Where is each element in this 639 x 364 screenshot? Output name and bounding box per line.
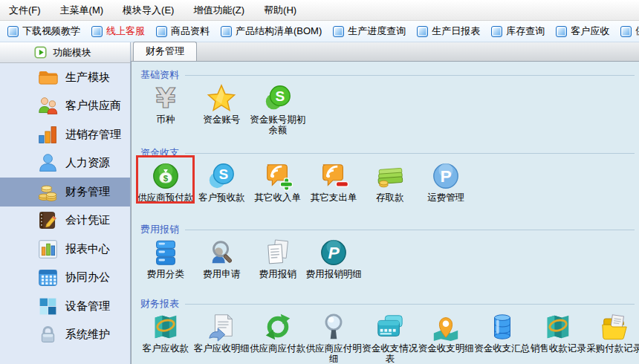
- toolbar-item-6[interactable]: 库存查询: [491, 25, 545, 38]
- menu-item-0[interactable]: 文件(F): [9, 4, 41, 17]
- launcher-item[interactable]: 供应商应付明细: [306, 311, 363, 364]
- launcher-row: 客户应收款客户应收明细供应商应付款供应商应付明细资金收支情况表资金收支明细资金收…: [137, 311, 639, 364]
- green-s-icon: S: [263, 83, 293, 113]
- group-box-line: [185, 230, 635, 230]
- launcher-item[interactable]: 其它收入单: [250, 160, 306, 203]
- group-box: 资金收支$供应商预付款S客户预收款其它收入单其它支出单存取款P运费管理: [136, 143, 639, 220]
- sidebar-item-2[interactable]: 进销存管理: [0, 120, 130, 149]
- launcher-item-label: 费用报销: [259, 269, 296, 279]
- gold-star-icon: [207, 83, 236, 113]
- expense-note-icon: [319, 161, 348, 191]
- toolbar-item-label: 生产进度查询: [348, 25, 406, 38]
- launcher-item[interactable]: 客户应收款: [137, 311, 194, 354]
- launcher-item[interactable]: $供应商预付款: [137, 160, 194, 203]
- sidebar-item-label: 财务管理: [65, 185, 110, 199]
- launcher-item[interactable]: ¥币种: [137, 82, 194, 125]
- menu-item-1[interactable]: 主菜单(M): [60, 4, 104, 17]
- launcher-item-label: 资金账号: [203, 114, 240, 125]
- sidebar-item-5[interactable]: 会计凭证: [0, 207, 130, 235]
- blue-square-icon: [333, 26, 344, 37]
- launcher-item-label: 客户预收款: [198, 192, 245, 203]
- sidebar-item-4[interactable]: 财务管理: [0, 178, 130, 207]
- documents-icon: [263, 238, 293, 267]
- sidebar-item-8[interactable]: 设备管理: [0, 292, 130, 321]
- toolbar-item-8[interactable]: 供应商: [620, 25, 639, 38]
- launcher-item[interactable]: 资金收支情况表: [362, 311, 418, 364]
- launcher-item[interactable]: 资金收支明细: [418, 311, 475, 354]
- launcher-item-label: 资金收支汇总: [474, 343, 530, 354]
- sidebar-item-3[interactable]: 人力资源: [0, 149, 130, 178]
- launcher-item-label: 采购付款记录: [586, 343, 639, 354]
- launcher-item[interactable]: 客户应收明细: [194, 311, 250, 354]
- toolbar-item-1[interactable]: 线上客服: [91, 25, 145, 38]
- person-icon: [37, 152, 59, 174]
- launcher-item[interactable]: 费用申请: [194, 236, 250, 279]
- launcher-item[interactable]: 资金收支汇总: [474, 311, 531, 354]
- tab-finance[interactable]: 财务管理: [133, 42, 197, 61]
- sidebar-item-9[interactable]: 系统维护: [0, 321, 130, 350]
- launcher-item[interactable]: 费用报销: [250, 236, 306, 279]
- launcher-item-label: 资金账号期初余额: [250, 114, 306, 135]
- sidebar-item-label: 人力资源: [65, 156, 110, 170]
- toolbar-item-5[interactable]: 生产日报表: [417, 25, 480, 38]
- launcher-item[interactable]: 其它支出单: [306, 160, 363, 203]
- group-box-title: 费用报销: [140, 223, 179, 236]
- launcher-item-label: 客户应收款: [143, 343, 189, 354]
- launcher-item-label: 供应商预付款: [137, 192, 193, 203]
- play-icon: [34, 46, 47, 59]
- launcher-item[interactable]: 存取款: [362, 160, 418, 203]
- launcher-item-label: 运费管理: [427, 192, 464, 203]
- group-box: 基础资料¥币种资金账号S资金账号期初余额: [136, 65, 639, 143]
- launcher-item[interactable]: P运费管理: [418, 160, 475, 203]
- toolbar-item-label: 产品结构清单(BOM): [236, 25, 322, 38]
- sidebar-item-0[interactable]: 生产模块: [0, 63, 130, 92]
- group-box-line: [185, 304, 635, 305]
- sidebar-item-6[interactable]: 报表中心: [0, 235, 130, 264]
- teal-p-icon: P: [319, 238, 348, 267]
- sidebar-item-label: 会计凭证: [65, 213, 110, 227]
- blue-p-icon: P: [431, 161, 461, 191]
- menu-item-3[interactable]: 增值功能(Z): [193, 4, 244, 17]
- launcher-item[interactable]: S客户预收款: [194, 160, 250, 203]
- launcher-item[interactable]: 采购付款记录: [586, 311, 639, 354]
- menu-item-4[interactable]: 帮助(H): [264, 4, 296, 17]
- sidebar-item-7[interactable]: 协同办公: [0, 264, 130, 293]
- map-ring-icon: [151, 312, 181, 342]
- blue-square-icon: [491, 26, 502, 37]
- blue-square-icon: [221, 26, 232, 37]
- blue-s-icon: S: [207, 161, 236, 191]
- launcher-item[interactable]: 供应商应付款: [250, 311, 306, 354]
- sidebar-item-label: 生产模块: [65, 71, 110, 85]
- group-box: 财务报表客户应收款客户应收明细供应商应付款供应商应付明细资金收支情况表资金收支明…: [136, 294, 639, 364]
- launcher-item[interactable]: 费用分类: [137, 236, 194, 279]
- group-box-title: 资金收支: [140, 146, 179, 160]
- launcher-row: $供应商预付款S客户预收款其它收入单其它支出单存取款P运费管理: [137, 160, 639, 203]
- toolbar-item-3[interactable]: 产品结构清单(BOM): [221, 25, 322, 38]
- sidebar-item-label: 进销存管理: [65, 128, 121, 142]
- svg-text:$: $: [163, 174, 169, 183]
- launcher-item-label: 客户应收明细: [194, 343, 250, 354]
- toolbar-item-2[interactable]: 商品资料: [156, 25, 210, 38]
- toolbar-item-0[interactable]: 下载视频教学: [7, 25, 80, 38]
- sidebar-header[interactable]: 功能模块: [0, 42, 130, 63]
- launcher-item-label: 供应商应付明细: [306, 343, 363, 364]
- map-pin-icon: [431, 312, 461, 342]
- launcher-item[interactable]: 资金账号: [194, 82, 250, 125]
- blue-square-icon: [620, 26, 632, 37]
- menu-item-2[interactable]: 模块导入(E): [123, 4, 174, 17]
- income-note-icon: [263, 161, 293, 191]
- group-box-header: 财务报表: [140, 297, 635, 311]
- toolbar-item-label: 生产日报表: [432, 25, 480, 38]
- sidebar-header-label: 功能模块: [53, 46, 91, 59]
- toolbar-item-4[interactable]: 生产进度查询: [333, 25, 406, 38]
- magnifier-icon: [319, 312, 348, 342]
- svg-text:S: S: [275, 88, 285, 104]
- sidebar-item-1[interactable]: 客户供应商: [0, 92, 130, 121]
- folder-icon: [37, 67, 59, 88]
- launcher-item[interactable]: P费用报销明细: [306, 236, 363, 279]
- launcher-item[interactable]: 销售收款记录: [531, 311, 587, 354]
- toolbar-item-7[interactable]: 客户应收: [556, 25, 609, 38]
- card-machine-icon: [375, 312, 405, 342]
- blue-square-icon: [156, 26, 167, 37]
- launcher-item[interactable]: S资金账号期初余额: [250, 82, 306, 135]
